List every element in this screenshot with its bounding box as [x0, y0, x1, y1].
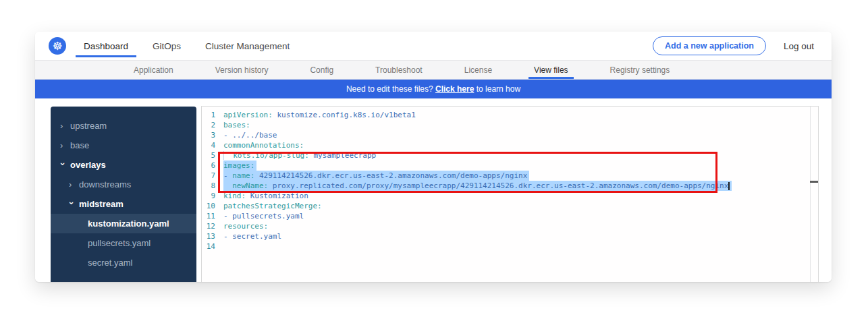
line-number: 11: [202, 211, 215, 221]
text-cursor: [728, 182, 730, 190]
chevron-down-icon: ›: [67, 202, 76, 208]
file-tree-item-secret-yaml[interactable]: secret.yaml: [51, 253, 196, 272]
code-token: - ../../base: [223, 131, 277, 140]
subnav: ApplicationVersion historyConfigTroubles…: [35, 61, 832, 80]
code-token: - secret.yaml: [223, 232, 281, 241]
code-line[interactable]: 13- secret.yaml: [202, 231, 809, 241]
line-number: 7: [202, 171, 215, 181]
add-new-application-button[interactable]: Add a new application: [653, 36, 766, 55]
tab-license[interactable]: License: [463, 61, 493, 79]
file-tree-item-label: overlays: [70, 155, 106, 175]
code-text: bases:: [223, 120, 250, 130]
file-tree-item-base[interactable]: ›base: [51, 136, 196, 155]
code-text: resources:: [223, 221, 268, 231]
code-token: Kustomization: [246, 192, 308, 200]
code-area: 1apiVersion: kustomize.config.k8s.io/v1b…: [202, 110, 809, 282]
selected-code-text: images:: [223, 160, 256, 171]
tab-view-files[interactable]: View files: [533, 61, 569, 79]
file-tree: ›upstream›base›overlays›downstreams›mids…: [51, 107, 196, 282]
logout-link[interactable]: Log out: [784, 41, 814, 51]
code-token: -: [223, 171, 232, 180]
code-token: images:: [223, 161, 254, 170]
line-number: 2: [202, 120, 215, 130]
chevron-right-icon: ›: [69, 180, 75, 189]
code-token: newName:: [232, 181, 268, 190]
content-area: ›upstream›base›overlays›downstreams›mids…: [35, 98, 832, 282]
line-number: 9: [202, 191, 215, 201]
topnav-item-cluster-management[interactable]: Cluster Management: [205, 32, 290, 60]
file-tree-item-pullsecrets-yaml[interactable]: pullsecrets.yaml: [51, 233, 196, 253]
topnav-item-gitops[interactable]: GitOps: [153, 32, 181, 60]
tab-config[interactable]: Config: [308, 61, 335, 79]
code-editor[interactable]: 1apiVersion: kustomize.config.k8s.io/v1b…: [201, 106, 819, 282]
code-token: resources:: [223, 222, 268, 231]
code-token: [223, 151, 233, 160]
top-nav: ☸ DashboardGitOpsCluster Management Add …: [35, 32, 832, 61]
code-line[interactable]: 14: [202, 241, 809, 252]
file-tree-item-upstream[interactable]: ›upstream: [51, 116, 196, 136]
code-line[interactable]: 4commonAnnotations:: [202, 140, 809, 150]
tab-application[interactable]: Application: [132, 61, 175, 79]
file-tree-item-label: pullsecrets.yaml: [88, 233, 151, 253]
code-token: apiVersion:: [223, 111, 273, 119]
line-number: 5: [202, 150, 215, 160]
line-number: 1: [202, 110, 215, 120]
code-line[interactable]: 7- name: 429114214526.dkr.ecr.us-east-2.…: [202, 171, 809, 181]
code-token: 429114214526.dkr.ecr.us-east-2.amazonaws…: [254, 171, 527, 180]
app-window: ☸ DashboardGitOpsCluster Management Add …: [35, 32, 832, 282]
banner-text-suffix: to learn how: [474, 84, 520, 94]
overview-ruler-marker: [810, 181, 818, 183]
line-number: 12: [202, 221, 215, 231]
code-text: - pullsecrets.yaml: [223, 211, 304, 221]
file-tree-item-overlays[interactable]: ›overlays: [51, 155, 196, 175]
code-token: kustomize.config.k8s.io/v1beta1: [273, 111, 416, 119]
code-line[interactable]: 12resources:: [202, 221, 809, 231]
code-token: proxy.replicated.com/proxy/mysampleecrap…: [268, 181, 728, 190]
code-token: name:: [232, 171, 254, 180]
banner-text: Need to edit these files?: [346, 84, 435, 94]
selected-code-text: - name: 429114214526.dkr.ecr.us-east-2.a…: [223, 171, 529, 181]
file-tree-item-label: secret.yaml: [88, 253, 132, 272]
edit-files-banner: Need to edit these files? Click here to …: [35, 80, 832, 98]
code-line[interactable]: 8 newName: proxy.replicated.com/proxy/my…: [202, 181, 809, 191]
file-tree-item-label: base: [70, 136, 89, 155]
tab-version-history[interactable]: Version history: [214, 61, 270, 79]
code-text: - secret.yaml: [223, 231, 281, 241]
file-tree-item-midstream[interactable]: ›midstream: [51, 194, 196, 214]
code-line[interactable]: 2bases:: [202, 120, 809, 130]
code-token: patchesStrategicMerge:: [223, 202, 322, 210]
code-line[interactable]: 11- pullsecrets.yaml: [202, 211, 809, 221]
line-number: 4: [202, 140, 215, 150]
code-token: kots.io/app-slug:: [233, 151, 309, 160]
code-line[interactable]: 5 kots.io/app-slug: mysampleecrapp: [202, 150, 809, 160]
code-line[interactable]: 9kind: Kustomization: [202, 191, 809, 201]
file-tree-item-downstreams[interactable]: ›downstreams: [51, 175, 196, 194]
code-token: kind:: [223, 192, 246, 200]
code-line[interactable]: 6images:: [202, 160, 809, 171]
chevron-right-icon: ›: [60, 121, 66, 130]
code-token: commonAnnotations:: [223, 141, 304, 150]
tab-registry-settings[interactable]: Registry settings: [609, 61, 672, 79]
topnav-items: DashboardGitOpsCluster Management: [84, 32, 290, 60]
line-number: 10: [202, 201, 215, 211]
topnav-item-dashboard[interactable]: Dashboard: [84, 32, 128, 60]
code-text: - ../../base: [223, 130, 277, 140]
code-line[interactable]: 3- ../../base: [202, 130, 809, 140]
file-tree-item-label: kustomization.yaml: [88, 214, 169, 233]
kubernetes-logo-icon: ☸: [49, 37, 66, 55]
code-token: bases:: [223, 121, 250, 129]
tab-troubleshoot[interactable]: Troubleshoot: [374, 61, 424, 79]
file-tree-item-kustomization-yaml[interactable]: kustomization.yaml: [51, 214, 196, 233]
overview-ruler: [810, 107, 811, 282]
code-token: [223, 181, 232, 190]
code-line[interactable]: 1apiVersion: kustomize.config.k8s.io/v1b…: [202, 110, 809, 120]
line-number: 13: [202, 231, 215, 241]
code-line[interactable]: 10patchesStrategicMerge:: [202, 201, 809, 211]
file-tree-item-label: midstream: [79, 194, 124, 214]
code-text: kots.io/app-slug: mysampleecrapp: [223, 150, 376, 160]
click-here-link[interactable]: Click here: [435, 84, 474, 94]
line-number: 14: [202, 241, 215, 252]
code-token: - pullsecrets.yaml: [223, 212, 304, 221]
chevron-down-icon: ›: [59, 163, 67, 169]
chevron-right-icon: ›: [60, 141, 66, 150]
